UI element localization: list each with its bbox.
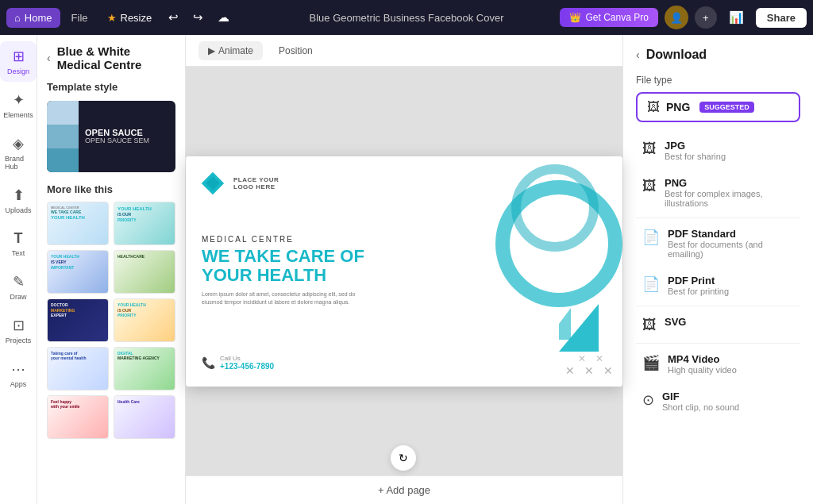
divider-1 bbox=[636, 217, 800, 218]
medical-body-text: Lorem ipsum dolor sit amet, consectetur … bbox=[202, 290, 376, 307]
logo-place-text: PLACE YOUR bbox=[233, 176, 279, 183]
mp4-desc: High quality video bbox=[668, 365, 737, 375]
template-thumb-4[interactable]: HEALTHCARE bbox=[114, 250, 175, 294]
panel-header: ‹ Blue & White Medical Centre bbox=[47, 44, 175, 71]
mp4-name: MP4 Video bbox=[668, 353, 737, 365]
sidebar-item-uploads[interactable]: ⬆ Uploads bbox=[0, 180, 37, 221]
template-grid: MEDICAL CENTER WE TAKE CARE YOUR HEALTH … bbox=[47, 202, 175, 439]
triangle-decoration bbox=[559, 304, 599, 355]
medical-title: WE TAKE CARE OF YOUR HEALTH bbox=[202, 247, 464, 283]
suggested-badge: SUGGESTED bbox=[699, 102, 754, 113]
x-decorations-2: ✕ ✕ bbox=[578, 353, 603, 364]
file-option-pdf-standard[interactable]: 📄 PDF Standard Best for documents (and e… bbox=[636, 220, 800, 267]
jpg-icon: 🖼 bbox=[642, 140, 657, 157]
nav-right-actions: 👑 Get Canva Pro 👤 + 📊 Share bbox=[560, 6, 807, 29]
file-button[interactable]: File bbox=[64, 8, 96, 28]
template-thumb-9[interactable]: Feel happy with your smile bbox=[47, 395, 109, 439]
center-area: ▶ Animate Position bbox=[186, 35, 622, 504]
template-preview[interactable]: OPEN SAUCE OPEN SAUCE SEM bbox=[47, 101, 175, 172]
template-style-label: Template style bbox=[47, 81, 175, 93]
template-thumb-5[interactable]: DOCTOR MARKETING EXPERT bbox=[47, 298, 109, 342]
avatar[interactable]: 👤 bbox=[665, 6, 688, 29]
template-thumb-1[interactable]: MEDICAL CENTER WE TAKE CARE YOUR HEALTH bbox=[47, 202, 109, 245]
add-page-bar[interactable]: + Add page bbox=[186, 475, 622, 504]
png-name: PNG bbox=[665, 177, 794, 189]
template-thumb-3[interactable]: YOUR HEALTH IS VERY IMPORTANT bbox=[47, 250, 109, 294]
file-type-selector[interactable]: 🖼 PNG SUGGESTED bbox=[636, 92, 800, 122]
resize-button[interactable]: ★ Resize bbox=[99, 8, 160, 28]
phone-number: +123-456-7890 bbox=[220, 362, 274, 371]
analytics-button[interactable]: 📊 bbox=[723, 6, 749, 29]
canvas-toolbar: ▶ Animate Position bbox=[186, 35, 622, 67]
svg-name: SVG bbox=[665, 316, 686, 328]
file-option-pdf-print[interactable]: 📄 PDF Print Best for printing bbox=[636, 267, 800, 304]
panel-back-button[interactable]: ‹ bbox=[47, 52, 51, 64]
pdf-print-name: PDF Print bbox=[668, 275, 729, 287]
gif-name: GIF bbox=[662, 391, 739, 402]
cloud-save-button[interactable]: ☁ bbox=[212, 6, 235, 29]
main-layout: ⊞ Design ✦ Elements ◈ Brand Hub ⬆ Upload… bbox=[0, 35, 813, 504]
svg-marker-1 bbox=[559, 308, 571, 340]
share-button[interactable]: Share bbox=[756, 8, 807, 28]
download-header: ‹ Download bbox=[636, 48, 800, 62]
refresh-button[interactable]: ↻ bbox=[391, 445, 416, 471]
home-button[interactable]: ⌂ Home bbox=[6, 8, 60, 28]
position-button[interactable]: Position bbox=[269, 41, 322, 60]
sidebar-item-apps[interactable]: ⋯ Apps bbox=[0, 354, 37, 394]
jpg-name: JPG bbox=[665, 140, 726, 152]
left-sidebar: ⊞ Design ✦ Elements ◈ Brand Hub ⬆ Upload… bbox=[0, 35, 37, 504]
brand-icon: ◈ bbox=[13, 135, 24, 152]
gif-desc: Short clip, no sound bbox=[662, 402, 739, 412]
logo-area: PLACE YOUR LOGO HERE bbox=[202, 172, 464, 194]
png-icon: 🖼 bbox=[642, 178, 657, 194]
uploads-icon: ⬆ bbox=[13, 187, 25, 204]
template-thumb-7[interactable]: Taking care of your mental health bbox=[47, 347, 109, 391]
file-option-png[interactable]: 🖼 PNG Best for complex images, illustrat… bbox=[636, 169, 800, 216]
template-thumb-8[interactable]: DIGITAL MARKETING AGENCY bbox=[114, 347, 175, 391]
sidebar-item-draw[interactable]: ✎ Draw bbox=[0, 267, 37, 307]
pdf-print-icon: 📄 bbox=[642, 275, 660, 293]
animate-icon: ▶ bbox=[208, 45, 215, 56]
divider-3 bbox=[636, 343, 800, 344]
template-thumb-6[interactable]: YOUR HEALTH IS OUR PRIORITY bbox=[114, 298, 175, 342]
canvas-content[interactable]: PLACE YOUR LOGO HERE MEDICAL CENTRE WE T… bbox=[186, 156, 622, 387]
text-icon: T bbox=[14, 230, 23, 247]
file-option-jpg[interactable]: 🖼 JPG Best for sharing bbox=[636, 132, 800, 169]
undo-button[interactable]: ↩ bbox=[163, 6, 184, 29]
jpg-desc: Best for sharing bbox=[665, 152, 726, 161]
gif-icon: ⊙ bbox=[642, 391, 654, 409]
template-thumb-2[interactable]: YOUR HEALTH IS OUR PRIORITY bbox=[114, 202, 175, 245]
sidebar-item-elements[interactable]: ✦ Elements bbox=[0, 85, 37, 125]
elements-icon: ✦ bbox=[13, 91, 25, 109]
svg-icon: 🖼 bbox=[642, 317, 657, 333]
selected-file-type: PNG bbox=[666, 101, 690, 113]
template-thumb-10[interactable]: Health Care bbox=[114, 395, 175, 439]
draw-icon: ✎ bbox=[13, 273, 25, 290]
download-back-button[interactable]: ‹ bbox=[636, 48, 640, 61]
redo-button[interactable]: ↪ bbox=[187, 6, 209, 29]
file-option-gif[interactable]: ⊙ GIF Short clip, no sound bbox=[636, 383, 800, 420]
file-option-mp4[interactable]: 🎬 MP4 Video High quality video bbox=[636, 345, 800, 383]
canvas-wrapper: PLACE YOUR LOGO HERE MEDICAL CENTRE WE T… bbox=[186, 67, 622, 475]
pdf-print-desc: Best for printing bbox=[668, 287, 729, 296]
sidebar-item-design[interactable]: ⊞ Design bbox=[0, 41, 37, 82]
sidebar-item-brand[interactable]: ◈ Brand Hub bbox=[0, 129, 37, 177]
design-icon: ⊞ bbox=[13, 48, 25, 65]
add-collaborator-button[interactable]: + bbox=[695, 6, 717, 29]
call-us-label: Call Us bbox=[220, 355, 274, 362]
download-title: Download bbox=[646, 48, 707, 62]
sidebar-item-text[interactable]: T Text bbox=[0, 224, 37, 264]
pdf-standard-icon: 📄 bbox=[642, 229, 660, 246]
projects-icon: ⊡ bbox=[13, 317, 25, 334]
contact-text: Call Us +123-456-7890 bbox=[220, 355, 274, 371]
sidebar-item-projects[interactable]: ⊡ Projects bbox=[0, 310, 37, 351]
crown-icon: 👑 bbox=[569, 12, 581, 23]
top-navigation: ⌂ Home File ★ Resize ↩ ↪ ☁ Blue Geometri… bbox=[0, 0, 813, 35]
phone-icon: 📞 bbox=[202, 356, 215, 369]
canva-pro-button[interactable]: 👑 Get Canva Pro bbox=[560, 8, 657, 27]
apps-icon: ⋯ bbox=[11, 360, 25, 378]
animate-button[interactable]: ▶ Animate bbox=[198, 41, 263, 60]
mp4-icon: 🎬 bbox=[642, 354, 660, 371]
file-option-svg[interactable]: 🖼 SVG bbox=[636, 308, 800, 341]
circle-decoration-2 bbox=[511, 164, 599, 252]
